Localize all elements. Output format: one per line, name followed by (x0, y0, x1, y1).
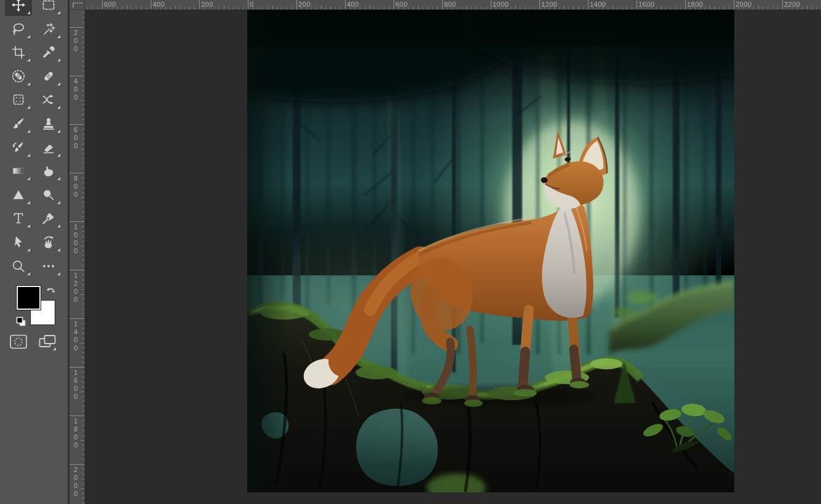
tool-dodge[interactable] (35, 184, 62, 206)
swap-colors-icon[interactable] (46, 284, 58, 299)
tool-smudge[interactable] (35, 160, 62, 182)
ruler-tick (573, 7, 574, 9)
tool-type[interactable] (5, 207, 32, 229)
pasteboard[interactable] (85, 10, 821, 504)
rectangle-select-icon (41, 0, 56, 12)
ruler-tick (714, 7, 715, 9)
ruler-tick (81, 440, 84, 441)
ruler-tick (622, 7, 622, 9)
ruler-tick (248, 0, 248, 10)
ruler-tick (82, 406, 84, 406)
ruler-tick (82, 95, 84, 96)
ruler-tick (82, 85, 84, 86)
tool-eraser[interactable] (35, 136, 62, 159)
tool-history-brush[interactable] (5, 136, 32, 159)
ruler-tick (82, 56, 84, 57)
ruler-tick (82, 347, 84, 348)
tool-rectangle-select[interactable] (35, 0, 62, 16)
flyout-arrow-icon (57, 248, 60, 251)
tool-move[interactable] (5, 0, 32, 16)
tool-crop[interactable] (5, 41, 32, 63)
ruler-label: 800 (74, 175, 77, 199)
ruler-tick (69, 415, 85, 416)
tool-eyedropper[interactable] (35, 41, 62, 63)
ruler-tick (82, 211, 84, 212)
workspace: 6004002000200400600800100012001400160018… (69, 0, 821, 504)
ruler-label: 1200 (541, 1, 557, 8)
ruler-origin[interactable] (69, 0, 85, 10)
document-canvas[interactable] (247, 10, 734, 492)
ruler-tick (199, 0, 200, 10)
ruler-tick (82, 484, 84, 484)
ruler-tick (263, 7, 263, 9)
ruler-tick (82, 153, 84, 154)
foreground-swatch[interactable] (17, 286, 41, 310)
tool-healing-brush[interactable] (35, 65, 62, 87)
move-icon (11, 0, 26, 12)
ruler-tick (462, 7, 462, 9)
tool-magic-wand[interactable] (35, 18, 62, 40)
tool-patch[interactable] (5, 89, 32, 111)
tool-spot-healing[interactable] (5, 65, 32, 87)
ruler-tick (81, 343, 84, 344)
ruler-tick (82, 299, 84, 299)
ruler-tick (82, 32, 84, 33)
ruler-tick (81, 197, 84, 198)
zoom-icon (11, 259, 26, 274)
ruler-tick (224, 6, 224, 9)
ruler-tick (268, 7, 268, 9)
ruler-tick (758, 6, 759, 9)
ruler-tick (413, 7, 414, 9)
tool-shape[interactable] (5, 184, 32, 206)
flyout-arrow-icon (57, 224, 60, 227)
ruler-tick (272, 6, 273, 9)
ruler-tick (82, 104, 84, 105)
tool-gradient[interactable] (5, 160, 32, 182)
ruler-label: 800 (444, 1, 456, 8)
ruler-tick (82, 449, 84, 450)
tool-path-select[interactable] (5, 231, 32, 253)
ruler-tick (442, 0, 443, 10)
ruler-tick (811, 7, 812, 9)
flyout-arrow-icon (27, 248, 30, 251)
tool-zoom[interactable] (5, 255, 32, 277)
palette-divider (68, 0, 69, 504)
tool-clone-stamp[interactable] (35, 112, 62, 135)
ruler-tick (69, 173, 85, 173)
tool-lasso[interactable] (5, 18, 32, 40)
default-colors-icon[interactable] (15, 316, 27, 330)
screen-mode-icon[interactable] (38, 334, 58, 352)
ruler-tick (97, 7, 98, 9)
ruler-tick (82, 241, 84, 242)
ruler-tick (81, 489, 84, 489)
ruler-tick (141, 7, 141, 9)
tool-more-tools[interactable] (35, 255, 62, 277)
ruler-label: 1000 (493, 1, 509, 8)
ruler-tick (69, 367, 85, 368)
ruler-tick (82, 420, 84, 421)
ruler-tick (588, 0, 589, 10)
ruler-tick (82, 163, 84, 163)
ruler-label: 1400 (590, 1, 606, 8)
tool-pen[interactable] (35, 207, 62, 229)
tool-brush[interactable] (5, 112, 32, 135)
history-brush-icon (11, 140, 26, 155)
ruler-tick (170, 7, 171, 9)
vertical-ruler[interactable]: 200400600800100012001400160018002000 (69, 10, 85, 504)
ruler-label: 1800 (74, 417, 77, 449)
ruler-tick (69, 76, 85, 76)
ruler-tick (82, 42, 84, 42)
flyout-arrow-icon (57, 11, 60, 14)
quick-mask-icon[interactable] (9, 334, 28, 352)
ruler-tick (82, 202, 84, 202)
ruler-label: 400 (153, 1, 165, 8)
tool-rotate-view[interactable] (35, 231, 62, 253)
flyout-arrow-icon (57, 201, 60, 204)
ruler-tick (82, 435, 84, 436)
ruler-tick (321, 6, 322, 9)
ruler-tick (608, 7, 608, 9)
tool-content-aware-move[interactable] (35, 89, 62, 111)
ruler-tick (311, 7, 312, 9)
ruler-tick (437, 7, 438, 9)
horizontal-ruler[interactable]: 6004002000200400600800100012001400160018… (85, 0, 821, 10)
